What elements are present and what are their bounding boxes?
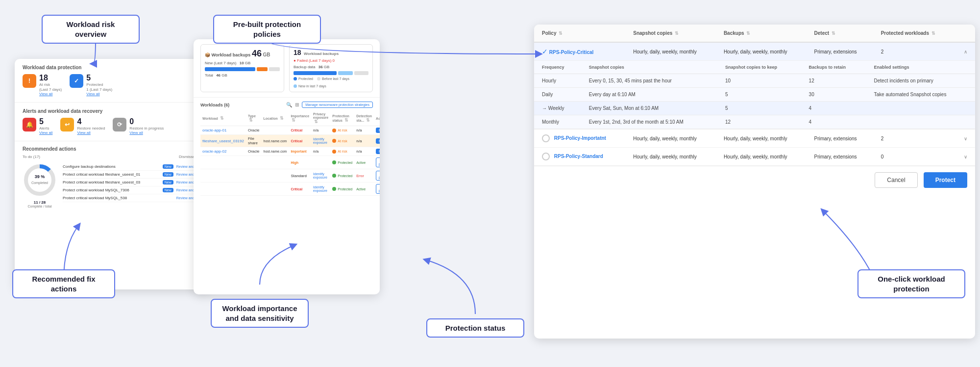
- protect-button-3[interactable]: Protect: [376, 149, 380, 154]
- td-privacy: Identify exposure: [311, 183, 330, 196]
- expanded-row-weekly: → Weekly Every Sat, Sun, Mon at 6:10 AM …: [534, 102, 975, 115]
- td-action[interactable]: Edit protection: [374, 169, 380, 183]
- alerts-view-all[interactable]: View all: [39, 131, 52, 135]
- td-importance: Critical: [289, 183, 311, 196]
- alerts-stats-row: 🔔 5 Alerts View all ↩ 4 Restore needed V…: [23, 118, 203, 135]
- restore-needed-count: 4: [77, 118, 105, 126]
- td-location: [262, 156, 289, 169]
- th-detection: Detection sta... ⇅: [354, 111, 374, 126]
- td-action[interactable]: Protect: [374, 135, 380, 147]
- td-importance: High: [289, 156, 311, 169]
- alerts-label: Alerts: [39, 126, 52, 131]
- workload-backups-title: 📦 Workload backups 46 GB: [205, 49, 280, 59]
- exp-retain-monthly: 4: [801, 115, 866, 129]
- cancel-button[interactable]: Cancel: [875, 172, 917, 188]
- table-row: High Protected Active Edit protection: [200, 156, 380, 169]
- policy-standard-link[interactable]: RPS-Policy-Standard: [554, 154, 603, 159]
- todo-label[interactable]: To do (17): [23, 155, 40, 159]
- protected-label: Protected: [86, 82, 112, 87]
- filter-icon[interactable]: ⊞: [295, 102, 299, 107]
- workload-data-unit: GB: [263, 52, 270, 57]
- callout-workload-risk: Workload risk overview: [42, 15, 140, 44]
- workload-data-protection-title: Workload data protection: [23, 65, 203, 70]
- radio-icon[interactable]: [542, 134, 550, 142]
- edit-protection-button-1[interactable]: Edit protection: [376, 157, 380, 167]
- radio-icon-2[interactable]: [542, 153, 550, 160]
- manage-strategies-button[interactable]: Manage ransomware protection strategies: [302, 102, 373, 108]
- complete-total: 11 / 28: [23, 200, 57, 205]
- checkmark-icon: ✓: [542, 48, 548, 55]
- td-type: Oracle: [246, 126, 262, 135]
- policy-expand-critical[interactable]: ∧: [953, 42, 975, 61]
- policy-detect-standard: Primary, extensions: [807, 148, 873, 166]
- status-dot: [332, 160, 336, 164]
- policy-importatnt-link[interactable]: RPS-Policy-Importatnt: [554, 135, 606, 141]
- policy-row-critical[interactable]: ✓ RPS-Policy-Critical Hourly, daily, wee…: [534, 42, 975, 61]
- expanded-tbody: Hourly Every 0, 15, 30, 45 mins past the…: [534, 74, 975, 129]
- action-badge-1: New: [163, 164, 173, 169]
- policy-expand-standard[interactable]: ∨: [953, 148, 975, 166]
- td-status: Protected: [330, 156, 354, 169]
- recommended-actions-title: Recommended actions: [23, 146, 203, 152]
- expanded-row-daily: Daily Every day at 6:10 AM 5 30 Take aut…: [534, 88, 975, 102]
- edit-protection-button-3[interactable]: Edit protection: [376, 184, 380, 194]
- policy-expand-importatnt[interactable]: ∨: [953, 130, 975, 148]
- bar-legend: Protected Before last 7 days New in last…: [294, 77, 368, 88]
- dashboard-panel: Workload data protection ! 18 At risk (L…: [15, 59, 211, 289]
- td-importance: Critical: [289, 135, 311, 147]
- restore-progress-view-all[interactable]: View all: [129, 131, 164, 135]
- protected-view-all[interactable]: View all: [86, 92, 112, 96]
- expanded-table: Frequency Snapshot copies Snapshot copie…: [534, 61, 975, 129]
- th-privacy: Privacy exposure ⇅: [311, 111, 330, 126]
- td-privacy: n/a: [311, 147, 330, 156]
- exp-settings-daily: Take automated Snapshot copies: [866, 88, 975, 102]
- td-action[interactable]: Protect: [374, 147, 380, 156]
- td-status: At risk: [330, 147, 354, 156]
- td-detection: n/a: [354, 135, 374, 147]
- policy-workloads-standard: 0: [873, 148, 954, 166]
- td-privacy: Identify exposure: [311, 169, 330, 183]
- chevron-down-icon-1[interactable]: ∨: [964, 136, 967, 141]
- protect-button-2[interactable]: Protect: [376, 138, 380, 144]
- td-privacy: n/a: [311, 126, 330, 135]
- backup-bar: [294, 71, 368, 75]
- policy-snapshot-standard: Hourly, daily, weekly, monthly: [625, 148, 716, 166]
- action-text-4: Protect critical workload MySQL_7306: [63, 188, 160, 192]
- action-item-1: Configure backup destinations New Review…: [63, 163, 203, 171]
- at-risk-view-all[interactable]: View all: [39, 92, 62, 96]
- restore-needed-view-all[interactable]: View all: [77, 131, 105, 135]
- alerts-section: Alerts and workload data recovery 🔔 5 Al…: [15, 103, 211, 141]
- table-row: Standard Identify exposure Protected Err…: [200, 169, 380, 183]
- restore-needed-info: 4 Restore needed View all: [77, 118, 105, 135]
- action-item-5: Protect critical workload MySQL_538 Revi…: [63, 194, 203, 202]
- search-icon[interactable]: 🔍: [286, 102, 292, 107]
- workload-count: 18: [294, 49, 301, 56]
- edit-protection-button-2[interactable]: Edit protection: [376, 171, 380, 181]
- chevron-up-icon[interactable]: ∧: [964, 49, 967, 54]
- policy-row-standard[interactable]: RPS-Policy-Standard Hourly, daily, weekl…: [534, 148, 975, 166]
- td-detection: n/a: [354, 126, 374, 135]
- callout-pre-built: Pre-built protection policies: [213, 15, 321, 44]
- restore-needed-label: Restore needed: [77, 126, 105, 131]
- policy-backups-importatnt: Hourly, daily, weekly, monthly: [716, 130, 807, 148]
- td-action[interactable]: Protect: [374, 126, 380, 135]
- action-text-3: Protect critical workload fileshare_usee…: [63, 180, 160, 184]
- protected-sub: 1 (Last 7 days): [86, 87, 112, 92]
- policy-row-importatnt[interactable]: RPS-Policy-Importatnt Hourly, daily, wee…: [534, 130, 975, 148]
- policy-name-importatnt: RPS-Policy-Importatnt: [534, 130, 625, 148]
- failed-label: ● Failed (Last 7 days) 0: [294, 58, 368, 63]
- protect-button-1[interactable]: Protect: [376, 128, 380, 133]
- protect-main-button[interactable]: Protect: [924, 172, 967, 188]
- td-action[interactable]: Edit protection: [374, 156, 380, 169]
- protected-number: 5: [86, 74, 112, 82]
- policy-name-link[interactable]: RPS-Policy-Critical: [549, 50, 594, 55]
- main-container: Workload risk overview Pre-built protect…: [0, 0, 980, 367]
- chevron-down-icon-2[interactable]: ∨: [964, 154, 967, 159]
- td-workload: oracle-app-01: [200, 126, 246, 135]
- exp-retain-weekly: 4: [801, 102, 866, 115]
- td-action[interactable]: Edit protection: [374, 183, 380, 196]
- table-row: oracle-app-01 Oracle Critical n/a At ris…: [200, 126, 380, 135]
- th-expand: [953, 25, 975, 42]
- exp-th-frequency: Frequency: [534, 61, 581, 74]
- protected-icon: ✓: [70, 74, 83, 88]
